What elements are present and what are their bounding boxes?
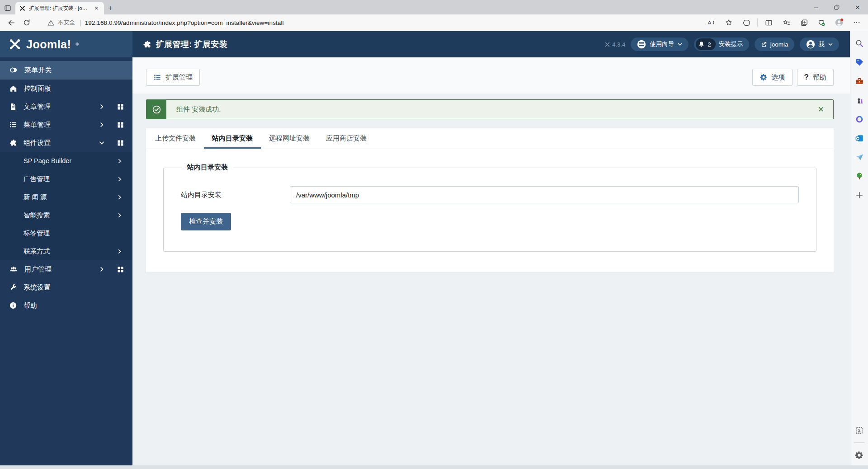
sidebar-screenshot-icon[interactable] bbox=[853, 423, 866, 437]
refresh-button-icon[interactable] bbox=[19, 16, 34, 29]
submenu-item-newsfeeds[interactable]: 新 闻 源 bbox=[0, 188, 132, 206]
copilot-icon[interactable] bbox=[740, 16, 753, 29]
site-security-chip[interactable]: 不安全 | bbox=[47, 19, 85, 27]
joomla-logo[interactable]: Joomla! ® bbox=[0, 31, 132, 57]
logo-registered-mark: ® bbox=[75, 42, 79, 47]
dashboard-grid-icon[interactable] bbox=[117, 139, 124, 147]
sidebar-item-users[interactable]: 用户管理 bbox=[0, 260, 132, 278]
sidebar-rewards-icon[interactable] bbox=[853, 169, 866, 183]
sidebar-item-help[interactable]: 帮助 bbox=[0, 296, 132, 314]
settings-more-icon[interactable] bbox=[850, 16, 863, 29]
notifications-button[interactable]: 2 安装提示 bbox=[694, 38, 749, 51]
submenu-item-smart-search[interactable]: 智能搜索 bbox=[0, 206, 132, 224]
submenu-item-label: 联系方式 bbox=[24, 247, 117, 256]
sidebar-item-dashboard[interactable]: 控制面板 bbox=[0, 80, 132, 98]
options-button[interactable]: 选项 bbox=[752, 69, 793, 86]
collections-icon[interactable] bbox=[797, 16, 811, 29]
submenu-item-sp-page-builder[interactable]: SP Page Builder bbox=[0, 152, 132, 170]
new-tab-button[interactable]: + bbox=[104, 2, 117, 14]
submenu-item-contacts[interactable]: 联系方式 bbox=[0, 242, 132, 260]
sidebar-item-label: 控制面板 bbox=[24, 84, 124, 93]
success-alert: 组件 安装成功. ✕ bbox=[146, 99, 834, 119]
profile-avatar[interactable] bbox=[832, 16, 846, 29]
sidebar-settings-icon[interactable] bbox=[853, 448, 866, 462]
sidebar-item-content[interactable]: 文章管理 bbox=[0, 98, 132, 116]
sidebar-item-label: 组件设置 bbox=[24, 139, 92, 147]
page-title-text: 扩展管理: 扩展安装 bbox=[156, 39, 227, 50]
security-label: 不安全 bbox=[57, 19, 75, 27]
window-close-button[interactable]: ✕ bbox=[847, 0, 868, 14]
sidebar-divider bbox=[854, 442, 865, 443]
tab-upload-package[interactable]: 上传文件安装 bbox=[147, 128, 204, 149]
dashboard-grid-icon[interactable] bbox=[117, 103, 124, 111]
manage-extensions-label: 扩展管理 bbox=[165, 73, 193, 82]
alert-close-button[interactable]: ✕ bbox=[809, 100, 833, 119]
dashboard-grid-icon[interactable] bbox=[117, 266, 124, 273]
submenu-item-label: 标签管理 bbox=[24, 229, 123, 238]
chevron-down-icon bbox=[99, 140, 105, 146]
tab-install-from-web[interactable]: 应用商店安装 bbox=[318, 128, 375, 149]
page-title: 扩展管理: 扩展安装 bbox=[142, 39, 227, 50]
url-text[interactable]: 192.168.0.99/administrator/index.php?opt… bbox=[85, 19, 284, 26]
external-link-icon bbox=[760, 41, 767, 48]
tab-close-icon[interactable]: ✕ bbox=[93, 5, 100, 12]
guided-tour-button[interactable]: 使用向导 bbox=[631, 38, 689, 51]
signpost-icon bbox=[637, 39, 646, 49]
check-and-install-button[interactable]: 检查并安装 bbox=[181, 213, 231, 230]
sidebar-tools-icon[interactable] bbox=[853, 75, 866, 88]
bottom-edge-strip bbox=[0, 465, 868, 469]
sidebar-item-system[interactable]: 系统设置 bbox=[0, 278, 132, 296]
dashboard-grid-icon[interactable] bbox=[117, 121, 124, 129]
tab-install-from-folder[interactable]: 站内目录安装 bbox=[204, 128, 261, 149]
sidebar-search-icon[interactable] bbox=[853, 37, 866, 50]
manage-extensions-button[interactable]: 扩展管理 bbox=[146, 69, 200, 86]
sidebar-item-menu-toggle[interactable]: 菜单开关 bbox=[0, 61, 132, 79]
tab-install-from-url[interactable]: 远程网址安装 bbox=[261, 128, 318, 149]
question-mark-icon: ? bbox=[804, 73, 809, 82]
split-screen-icon[interactable] bbox=[762, 16, 775, 29]
chevron-down-icon bbox=[677, 42, 683, 47]
toolbar-divider bbox=[757, 19, 758, 27]
browser-address-bar: 不安全 | 192.168.0.99/administrator/index.p… bbox=[0, 14, 868, 31]
submenu-item-tags[interactable]: 标签管理 bbox=[0, 224, 132, 242]
sidebar-shopping-icon[interactable] bbox=[853, 56, 866, 69]
notification-count-segment: 2 bbox=[696, 38, 716, 50]
browser-tab[interactable]: 扩展管理: 扩展安装 - joomla - 后 ✕ bbox=[15, 2, 104, 14]
sidebar-add-icon[interactable] bbox=[853, 188, 866, 202]
user-avatar-icon bbox=[806, 39, 816, 49]
chevron-right-icon bbox=[99, 266, 105, 272]
joomla-favicon-icon bbox=[19, 5, 26, 12]
version-text: 4.3.4 bbox=[612, 41, 625, 48]
submenu-item-banners[interactable]: 广告管理 bbox=[0, 170, 132, 188]
user-menu-button[interactable]: 我 bbox=[800, 38, 840, 51]
sidebar-item-menus[interactable]: 菜单管理 bbox=[0, 116, 132, 134]
tab-title: 扩展管理: 扩展安装 - joomla - 后 bbox=[29, 5, 90, 12]
alert-message: 组件 安装成功. bbox=[166, 100, 809, 119]
edge-sidebar bbox=[850, 31, 868, 469]
install-card: 上传文件安装 站内目录安装 远程网址安装 应用商店安装 站内目录安装 站内目录安… bbox=[146, 128, 834, 272]
favorites-bar-icon[interactable] bbox=[779, 16, 793, 29]
chevron-right-icon bbox=[117, 212, 123, 218]
favorite-star-icon[interactable] bbox=[722, 16, 736, 29]
window-restore-button[interactable] bbox=[826, 0, 847, 14]
window-minimize-button[interactable]: ─ bbox=[806, 0, 826, 14]
sidebar-games-icon[interactable] bbox=[853, 94, 866, 107]
browser-essentials-icon[interactable] bbox=[815, 16, 828, 29]
sidebar-item-label: 菜单开关 bbox=[24, 66, 124, 75]
sidebar-outlook-icon[interactable] bbox=[853, 131, 866, 145]
sidebar-drop-icon[interactable] bbox=[853, 150, 866, 164]
folder-path-input[interactable] bbox=[290, 186, 799, 203]
back-button-icon[interactable] bbox=[4, 16, 19, 29]
user-menu-label: 我 bbox=[819, 40, 825, 48]
read-aloud-icon[interactable]: A bbox=[704, 16, 718, 29]
chip-divider: | bbox=[80, 19, 81, 26]
folder-field-label: 站内目录安装 bbox=[181, 191, 290, 199]
sidebar-m365-icon[interactable] bbox=[853, 113, 866, 126]
sidebar-item-components[interactable]: 组件设置 bbox=[0, 134, 132, 152]
options-label: 选项 bbox=[772, 73, 785, 82]
submenu-item-label: 广告管理 bbox=[24, 175, 117, 183]
view-site-button[interactable]: joomla bbox=[755, 38, 794, 51]
sidebar-item-label: 帮助 bbox=[24, 301, 124, 310]
help-button[interactable]: ? 帮助 bbox=[797, 69, 834, 86]
tab-actions-menu-icon[interactable] bbox=[0, 2, 15, 14]
